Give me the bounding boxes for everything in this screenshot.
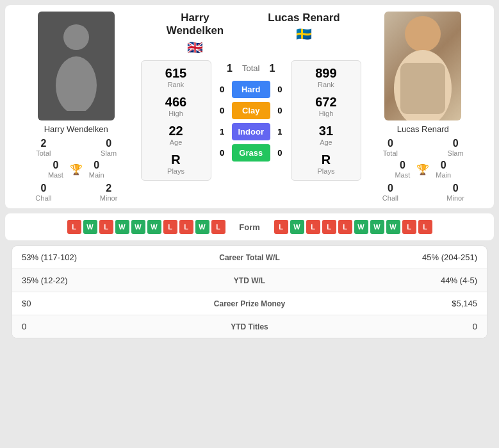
right-player-section: Lucas Renard 0 Total 0 Slam 0 Mast xyxy=(359,12,488,202)
form-pill-left: W xyxy=(115,220,129,234)
stats-row: 35% (12-22) YTD W/L 44% (4-5) xyxy=(12,269,487,292)
players-card: Harry Wendelken 2 Total 0 Slam 0 Mas xyxy=(5,5,494,208)
left-stat-minor: 2 Minor xyxy=(77,183,141,202)
stats-left-val: $0 xyxy=(22,299,174,308)
left-stat-main: 0 Main xyxy=(89,160,104,179)
form-label: Form xyxy=(231,222,269,232)
clay-left-score: 0 xyxy=(217,106,228,115)
form-pill-right: L xyxy=(338,220,352,234)
stats-center-label: Career Prize Money xyxy=(174,299,325,308)
grass-left-score: 0 xyxy=(217,148,228,158)
clay-right-score: 0 xyxy=(274,106,286,115)
form-pill-left: L xyxy=(99,220,113,234)
left-player-section: Harry Wendelken 2 Total 0 Slam 0 Mas xyxy=(12,12,141,202)
left-flag: 🇬🇧 xyxy=(141,40,250,55)
form-pill-right: L xyxy=(274,220,288,234)
right-stat-mast: 0 Mast xyxy=(395,160,410,179)
form-pill-right: W xyxy=(290,220,304,234)
right-stat-chall: 0 Chall xyxy=(359,183,423,202)
svg-rect-4 xyxy=(400,63,445,114)
grass-row: 0 Grass 0 xyxy=(217,144,286,162)
form-pill-right: W xyxy=(370,220,384,234)
left-player-name-center: HarryWendelken xyxy=(141,12,250,38)
right-stats-box: 899 Rank 672 High 31 Age R xyxy=(291,60,361,181)
svg-point-1 xyxy=(56,56,97,111)
clay-row: 0 Clay 0 xyxy=(217,102,286,119)
left-plays-stat: R Plays xyxy=(167,153,184,175)
clay-button[interactable]: Clay xyxy=(232,102,270,119)
stats-row: 0 YTD Titles 0 xyxy=(12,315,487,338)
right-stat-slam: 0 Slam xyxy=(423,138,487,157)
form-pill-left: L xyxy=(163,220,177,234)
form-pill-right: L xyxy=(418,220,432,234)
stats-left-val: 35% (12-22) xyxy=(22,276,174,285)
form-pill-left: L xyxy=(211,220,225,234)
left-stat-chall: 0 Chall xyxy=(12,183,76,202)
left-trophy-icon: 🏆 xyxy=(70,163,83,176)
stats-right-val: $5,145 xyxy=(325,299,477,308)
stats-right-val: 0 xyxy=(325,322,477,331)
total-row: 1 Total 1 xyxy=(217,60,286,77)
surface-section: 1 Total 1 0 Hard 0 0 Cla xyxy=(217,60,286,162)
left-stats-box: 615 Rank 466 High 22 Age R xyxy=(141,60,211,181)
right-age-stat: 31 Age xyxy=(319,124,333,146)
right-player-name-below: Lucas Renard xyxy=(397,124,449,134)
indoor-row: 1 Indoor 1 xyxy=(217,123,286,140)
form-pill-right: L xyxy=(322,220,336,234)
form-pill-right: W xyxy=(386,220,400,234)
stats-table: 53% (117-102) Career Total W/L 45% (204-… xyxy=(12,245,487,338)
left-rank-stat: 615 Rank xyxy=(165,66,186,88)
stats-center-label: YTD Titles xyxy=(174,322,325,331)
form-pill-right: W xyxy=(354,220,368,234)
left-stat-mast: 0 Mast xyxy=(48,160,63,179)
form-pill-left: W xyxy=(83,220,97,234)
stats-row: 53% (117-102) Career Total W/L 45% (204-… xyxy=(12,246,487,269)
svg-point-2 xyxy=(405,16,441,52)
form-pill-left: L xyxy=(67,220,81,234)
total-left-score: 1 xyxy=(227,63,233,74)
total-right-score: 1 xyxy=(269,63,275,74)
form-pill-right: L xyxy=(402,220,416,234)
right-rank-stat: 899 Rank xyxy=(315,66,336,88)
stats-right-val: 44% (4-5) xyxy=(325,276,477,285)
left-form-pills: LWLWWWLLWL xyxy=(12,220,225,234)
indoor-right-score: 1 xyxy=(274,127,286,137)
center-section: HarryWendelken 🇬🇧 Lucas Renard 🇸🇪 615 xyxy=(141,12,359,181)
hard-row: 0 Hard 0 xyxy=(217,81,286,98)
main-wrapper: Harry Wendelken 2 Total 0 Slam 0 Mas xyxy=(0,0,499,448)
form-row: LWLWWWLLWL Form LWLLLWWWLL xyxy=(12,220,487,234)
stats-row: $0 Career Prize Money $5,145 xyxy=(12,292,487,315)
right-player-photo xyxy=(384,12,461,120)
grass-button[interactable]: Grass xyxy=(232,144,270,162)
stats-left-val: 0 xyxy=(22,322,174,331)
right-flag: 🇸🇪 xyxy=(250,26,359,42)
left-high-stat: 466 High xyxy=(165,95,186,117)
left-age-stat: 22 Age xyxy=(168,124,183,146)
indoor-left-score: 1 xyxy=(217,127,228,137)
stats-center-label: YTD W/L xyxy=(174,276,325,285)
right-form-pills: LWLLLWWWLL xyxy=(274,220,488,234)
indoor-button[interactable]: Indoor xyxy=(232,123,270,140)
svg-point-0 xyxy=(63,24,89,50)
right-trophy-icon: 🏆 xyxy=(416,163,429,176)
form-pill-left: W xyxy=(131,220,145,234)
right-player-name-center: Lucas Renard xyxy=(250,12,359,24)
stats-right-val: 45% (204-251) xyxy=(325,253,477,262)
hard-left-score: 0 xyxy=(217,85,228,94)
right-high-stat: 672 High xyxy=(315,95,336,117)
right-stat-minor: 0 Minor xyxy=(423,183,487,202)
left-stat-total: 2 Total xyxy=(12,138,76,157)
right-stat-total: 0 Total xyxy=(359,138,423,157)
form-pill-right: L xyxy=(306,220,320,234)
stats-center-label: Career Total W/L xyxy=(174,253,325,262)
grass-right-score: 0 xyxy=(274,148,286,158)
stats-left-val: 53% (117-102) xyxy=(22,253,174,262)
hard-button[interactable]: Hard xyxy=(232,81,270,98)
form-pill-left: W xyxy=(195,220,209,234)
left-player-photo xyxy=(38,12,115,120)
right-plays-stat: R Plays xyxy=(317,153,334,175)
hard-right-score: 0 xyxy=(274,85,286,94)
form-pill-left: W xyxy=(147,220,161,234)
form-pill-left: L xyxy=(179,220,193,234)
left-trophy-row: 0 Mast 🏆 0 Main xyxy=(48,160,104,179)
